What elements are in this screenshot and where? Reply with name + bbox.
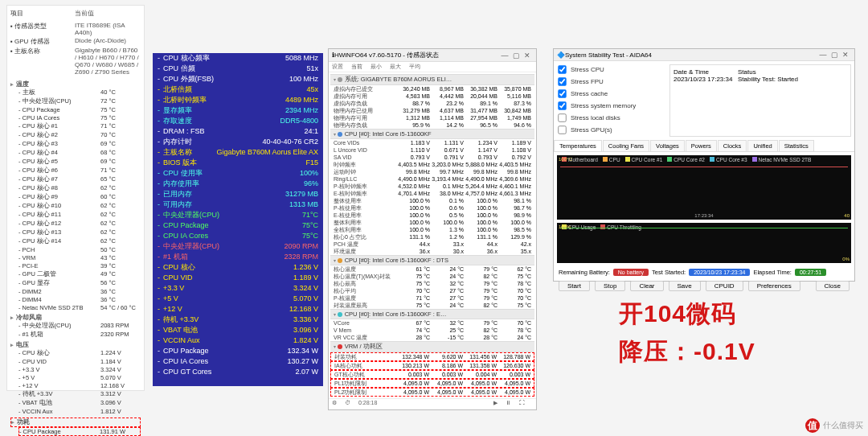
tree-row[interactable]: - CPU VID1.184 V bbox=[18, 358, 141, 365]
tree-row[interactable]: - CPU Package131.91 W bbox=[18, 427, 141, 436]
tree-row[interactable]: - CPU 核心 #765 °C bbox=[18, 175, 141, 183]
col-sensor[interactable]: 设置 bbox=[332, 63, 343, 71]
save-button[interactable]: Save bbox=[669, 281, 701, 291]
tree-row[interactable]: - CPU 核心 #862 °C bbox=[18, 184, 141, 192]
hw-row[interactable]: PL1功耗限制4,095.0 W4,095.0 W4,095.0 W4,095.… bbox=[330, 379, 534, 388]
tree-row[interactable]: - CPU 核心 #1162 °C bbox=[18, 211, 141, 219]
close-button[interactable]: Close bbox=[816, 281, 850, 291]
clear-button[interactable]: Clear bbox=[630, 281, 663, 291]
hw-group[interactable]: 系统: GIGABYTE B760M AORUS ELI… bbox=[330, 74, 534, 85]
tree-row[interactable]: - CPU 核心 #1062 °C bbox=[18, 202, 141, 210]
hw-row[interactable]: 运动时钟99.8 MHz99.7 MHz99.8 MHz99.8 MHz bbox=[330, 168, 534, 175]
checkbox[interactable] bbox=[558, 65, 566, 73]
stress-check[interactable]: Stress system memory bbox=[557, 101, 669, 111]
checkbox[interactable] bbox=[558, 77, 566, 85]
hw-row[interactable]: 物理内存已使用31,279 MB4,637 MB31,477 MB30,842 … bbox=[330, 107, 534, 114]
hw-row[interactable]: 整体利用率100.0 %100.0 %100.0 %100.0 % bbox=[330, 219, 534, 226]
tree-row[interactable]: - CPU IA Cores75 °C bbox=[18, 114, 141, 121]
stress-check[interactable]: Stress CPU bbox=[557, 64, 669, 75]
stress-check[interactable]: Stress FPU bbox=[557, 76, 669, 87]
tree-row[interactable]: - PCI-E39 °C bbox=[18, 262, 141, 269]
aida64-titlebar[interactable]: 🔷 System Stability Test - AIDA64 — ▢ ✕ bbox=[554, 49, 854, 61]
tab-statistics[interactable]: Statistics bbox=[779, 140, 814, 151]
tree-section[interactable]: 功耗 bbox=[10, 417, 141, 427]
tree-row[interactable]: - CPU 核心 #671 °C bbox=[18, 167, 141, 175]
tree-row[interactable]: - 中央处理器(CPU)2083 RPM bbox=[18, 322, 141, 330]
hw-group[interactable]: VRM / 功耗区 bbox=[330, 341, 534, 352]
tree-row[interactable]: - CPU 核心1.224 V bbox=[18, 349, 141, 357]
tree-row[interactable]: - 主板40 °C bbox=[18, 88, 141, 97]
tab-unified[interactable]: Unified bbox=[747, 140, 777, 151]
hw-row[interactable]: E-核时钟频率4,701.4 MHz38.0 MHz4,757.0 MHz4,6… bbox=[330, 190, 534, 197]
hw-row[interactable]: PL2功耗限制4,095.0 W4,095.0 W4,095.0 W4,095.… bbox=[330, 388, 534, 397]
tree-section[interactable]: 电压 bbox=[10, 341, 141, 349]
checkbox[interactable] bbox=[558, 101, 566, 109]
tree-row[interactable]: - CPU 核心 #369 °C bbox=[18, 140, 141, 148]
hw-row[interactable]: Core VIDs1.183 V1.131 V1.234 V1.189 V bbox=[330, 139, 534, 146]
tree-row[interactable]: - Netac NVMe SSD 2TB54 °C / 60 °C bbox=[18, 304, 141, 311]
hw-row[interactable]: 核心0 占空比131.1 %1.2 %131.1 %129.9 % bbox=[330, 233, 534, 241]
hw-row[interactable]: 封装功耗132.348 W9.620 W131.456 W128.788 W bbox=[330, 352, 534, 361]
tab-powers[interactable]: Powers bbox=[686, 140, 717, 151]
hw-row[interactable]: 核心最高75 °C32 °C79 °C78 °C bbox=[330, 280, 534, 287]
hw-group[interactable]: CPU [#0]: Intel Core i5-13600KF : E… bbox=[330, 309, 534, 319]
preferences-button[interactable]: Preferences bbox=[748, 281, 800, 291]
maximize-icon[interactable]: ▢ bbox=[829, 51, 840, 59]
tree-row[interactable]: - VRM43 °C bbox=[18, 254, 141, 261]
hw-row[interactable]: PCH 温度44.x33.x44.x42.x bbox=[330, 241, 534, 248]
hw-row[interactable]: VCore67 °C32 °C79 °C70 °C bbox=[330, 319, 534, 327]
hw-row[interactable]: IA核心功耗130.213 W8.186 W131.358 W126.630 W bbox=[330, 361, 534, 370]
hw-row[interactable]: 核心平均70 °C27 °C79 °C70 °C bbox=[330, 287, 534, 294]
tree-row[interactable]: - VCCIN Aux1.812 V bbox=[18, 408, 141, 415]
hw-row[interactable]: 环境温度36.x30.x36.x35.x bbox=[330, 248, 534, 255]
tree-row[interactable]: - CPU 核心 #468 °C bbox=[18, 149, 141, 157]
tree-row[interactable]: - CPU 核心 #171 °C bbox=[18, 122, 141, 130]
close-icon[interactable]: ✕ bbox=[840, 51, 851, 59]
hw-row[interactable]: SA VID0.793 V0.791 V0.793 V0.792 V bbox=[330, 154, 534, 161]
gear-icon[interactable]: ⚙ bbox=[332, 400, 337, 406]
tree-row[interactable]: - CPU 核心 #960 °C bbox=[18, 193, 141, 201]
tree-row[interactable]: - CPU 核心 #1262 °C bbox=[18, 220, 141, 228]
checkbox[interactable] bbox=[558, 125, 566, 134]
tree-row[interactable]: - DIMM236 °C bbox=[18, 288, 141, 295]
record-icon[interactable]: ▶ bbox=[493, 400, 497, 406]
hw-row[interactable]: 核心温度(T)(MAX)封装75 °C24 °C82 °C75 °C bbox=[330, 273, 534, 280]
hw-row[interactable]: 全核利用率100.0 %1.3 %100.0 %98.5 % bbox=[330, 226, 534, 233]
tree-row[interactable]: - #1 机箱2320 RPM bbox=[18, 331, 141, 339]
tab-cooling fans[interactable]: Cooling Fans bbox=[603, 140, 649, 151]
hw-row[interactable]: 物理内存负载95.9 %14.2 %96.5 %94.6 % bbox=[330, 121, 534, 129]
tree-row[interactable]: - GPU 二极管49 °C bbox=[18, 270, 141, 278]
stress-check[interactable]: Stress GPU(s) bbox=[557, 125, 669, 135]
cpuid-button[interactable]: CPUID bbox=[706, 281, 743, 291]
minimize-icon[interactable]: — bbox=[817, 51, 829, 59]
tree-row[interactable]: - CPU 核心 #569 °C bbox=[18, 158, 141, 166]
hw-group[interactable]: CPU [#0]: Intel Core i5-13600KF bbox=[330, 129, 534, 139]
tree-row[interactable]: - 待机 +3.3V3.312 V bbox=[18, 390, 141, 398]
tree-row[interactable]: - CPU 核心 #1462 °C bbox=[18, 237, 141, 245]
hwinfo-titlebar[interactable]: ℹ HWiNFO64 v7.60-5170 - 传感器状态 — ▢ ✕ bbox=[329, 49, 536, 62]
expand-icon[interactable]: ⛶ bbox=[519, 400, 525, 406]
stop-button[interactable]: Stop bbox=[595, 281, 625, 291]
hw-row[interactable]: P-核时钟频率4,532.0 MHz0.1 MHz5,264.4 MHz4,46… bbox=[330, 183, 534, 190]
hw-row[interactable]: VR VCC 温度28 °C-15 °C28 °C24 °C bbox=[330, 334, 534, 341]
hw-row[interactable]: 虚拟内存负载88.7 %23.2 %89.1 %87.3 % bbox=[330, 100, 534, 107]
tree-row[interactable]: - CPU 核心 #270 °C bbox=[18, 131, 141, 139]
tree-section[interactable]: 温度 bbox=[10, 80, 141, 88]
hw-row[interactable]: 整体使用率100.0 %0.1 %100.0 %98.1 % bbox=[330, 197, 534, 204]
hw-row[interactable]: P-核温度71 °C27 °C79 °C70 °C bbox=[330, 294, 534, 302]
tab-temperatures[interactable]: Temperatures bbox=[554, 140, 602, 151]
tree-row[interactable]: - +5 V5.070 V bbox=[18, 374, 141, 381]
hw-row[interactable]: 虚拟内存已提交36,240 MB8,967 MB36,382 MB35,870 … bbox=[330, 85, 534, 93]
hw-row[interactable]: 物理内存可用1,312 MB1,114 MB27,954 MB1,749 MB bbox=[330, 114, 534, 121]
tree-row[interactable]: - 中央处理器(CPU)72 °C bbox=[18, 97, 141, 105]
hw-row[interactable]: 封装温度最高75 °C24 °C82 °C75 °C bbox=[330, 302, 534, 309]
tree-row[interactable]: - CPU Package75 °C bbox=[18, 106, 141, 113]
start-button[interactable]: Start bbox=[559, 281, 590, 291]
hw-row[interactable]: V Mem74 °C25 °C82 °C78 °C bbox=[330, 327, 534, 334]
pause-icon[interactable]: ⏸ bbox=[506, 400, 511, 406]
maximize-icon[interactable]: ▢ bbox=[510, 51, 522, 60]
hw-group[interactable]: CPU [#0]: Intel Core i5-13600KF : DTS bbox=[330, 255, 534, 265]
hw-row[interactable]: 时钟频率4,403.5 MHz3,203.0 MHz5,888.0 MHz4,4… bbox=[330, 161, 534, 168]
checkbox[interactable] bbox=[558, 89, 566, 97]
tree-row[interactable]: - DIMM436 °C bbox=[18, 296, 141, 303]
